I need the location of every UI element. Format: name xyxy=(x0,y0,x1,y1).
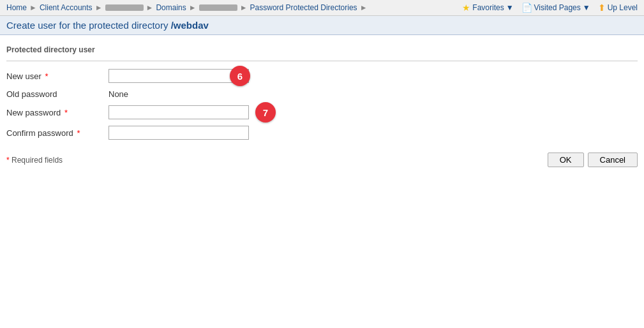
uplevel-icon: ⬆ xyxy=(598,3,606,13)
dir-name: /webdav xyxy=(171,20,209,31)
new-user-label: New user * xyxy=(6,71,109,81)
confirm-password-label: Confirm password * xyxy=(6,128,109,138)
visited-pages-button[interactable]: 📄 Visited Pages ▼ xyxy=(521,3,590,13)
page-title: Create user for the protected directory … xyxy=(6,20,209,31)
required-note: * Required fields xyxy=(6,156,63,165)
breadcrumb-home[interactable]: Home xyxy=(6,3,27,12)
breadcrumb-sep-1: ► xyxy=(29,3,37,12)
favorites-button[interactable]: ★ Favorites ▼ xyxy=(462,3,513,13)
confirm-password-input[interactable] xyxy=(109,126,249,140)
breadcrumb-redacted-2 xyxy=(199,4,237,11)
favorites-label: Favorites xyxy=(472,3,504,12)
star-icon: ★ xyxy=(462,3,470,13)
new-user-required: * xyxy=(45,71,49,81)
top-actions: ★ Favorites ▼ 📄 Visited Pages ▼ ⬆ Up Lev… xyxy=(462,3,638,13)
up-level-button[interactable]: ⬆ Up Level xyxy=(598,3,638,13)
breadcrumb-password-protected[interactable]: Password Protected Directories xyxy=(250,3,357,12)
footer-row: * Required fields OK Cancel xyxy=(6,153,638,167)
new-user-input[interactable] xyxy=(109,69,249,83)
up-level-label: Up Level xyxy=(608,3,638,12)
new-password-label: New password * xyxy=(6,108,109,117)
breadcrumb-sep-2: ► xyxy=(95,3,103,12)
required-note-text: Required fields xyxy=(11,156,63,165)
breadcrumb-sep-5: ► xyxy=(240,3,248,12)
top-bar: Home ► Client Accounts ► ► Domains ► ► P… xyxy=(0,0,644,16)
old-password-row: Old password None xyxy=(6,89,638,99)
confirm-password-row: Confirm password * xyxy=(6,126,638,140)
new-password-row: New password * 7 xyxy=(6,105,638,119)
ok-button[interactable]: OK xyxy=(548,153,584,167)
breadcrumb-redacted-1 xyxy=(105,4,144,11)
pages-icon: 📄 xyxy=(521,3,532,13)
old-password-label: Old password xyxy=(6,89,109,99)
breadcrumb-sep-3: ► xyxy=(146,3,154,12)
breadcrumb-client-accounts[interactable]: Client Accounts xyxy=(40,3,93,12)
title-prefix: Create user for the protected directory xyxy=(6,20,168,31)
visited-pages-dropdown-icon: ▼ xyxy=(583,3,590,12)
section-divider xyxy=(6,61,638,61)
new-password-input[interactable] xyxy=(109,105,249,119)
new-user-row: New user * 6 xyxy=(6,69,638,83)
breadcrumb: Home ► Client Accounts ► ► Domains ► ► P… xyxy=(6,3,369,12)
cancel-button[interactable]: Cancel xyxy=(588,153,638,167)
confirm-password-required: * xyxy=(77,128,80,138)
old-password-value: None xyxy=(109,89,128,99)
new-password-required: * xyxy=(64,108,68,117)
breadcrumb-sep-6: ► xyxy=(360,3,368,12)
button-group: OK Cancel xyxy=(548,153,638,167)
visited-pages-label: Visited Pages xyxy=(534,3,581,12)
main-content: Protected directory user New user * 6 Ol… xyxy=(0,35,644,177)
breadcrumb-sep-4: ► xyxy=(189,3,197,12)
header-bar: Create user for the protected directory … xyxy=(0,16,644,35)
section-label: Protected directory user xyxy=(6,45,638,54)
breadcrumb-domains[interactable]: Domains xyxy=(156,3,186,12)
annotation-7: 7 xyxy=(255,102,276,123)
favorites-dropdown-icon: ▼ xyxy=(506,3,514,12)
annotation-6: 6 xyxy=(230,66,250,86)
